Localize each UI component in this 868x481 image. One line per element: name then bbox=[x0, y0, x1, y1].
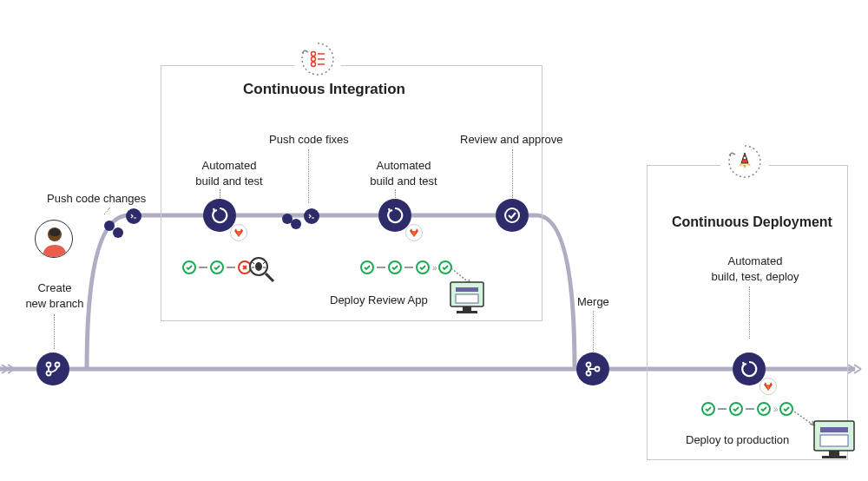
svg-point-25 bbox=[505, 208, 519, 222]
svg-line-14 bbox=[266, 273, 273, 281]
svg-point-26 bbox=[587, 363, 591, 367]
svg-rect-24 bbox=[457, 311, 477, 313]
automated-build-test-2-label: Automated build and test bbox=[360, 158, 447, 188]
svg-point-28 bbox=[595, 367, 600, 372]
gitlab-badge bbox=[760, 378, 777, 395]
svg-rect-33 bbox=[822, 456, 846, 458]
svg-point-2 bbox=[312, 63, 316, 67]
svg-rect-23 bbox=[463, 306, 471, 311]
ci-title: Continuous Integration bbox=[243, 81, 405, 98]
gitlab-badge bbox=[230, 224, 247, 241]
dotted-connector bbox=[104, 208, 110, 214]
dotted-connector bbox=[749, 287, 750, 339]
deploy-review-app-label: Deploy Review App bbox=[330, 293, 428, 308]
svg-point-12 bbox=[56, 363, 60, 367]
pipeline-status-cd: » bbox=[701, 402, 793, 416]
commit-dot bbox=[113, 227, 123, 238]
automated-build-test-deploy-label: Automated build, test, deploy bbox=[703, 254, 807, 284]
merge-label: Merge bbox=[577, 294, 609, 310]
svg-point-27 bbox=[587, 372, 591, 376]
svg-rect-32 bbox=[829, 451, 839, 456]
create-branch-label: Create new branch bbox=[24, 280, 85, 311]
svg-rect-22 bbox=[456, 294, 478, 303]
pipeline-status-2: » bbox=[360, 260, 452, 274]
user-avatar bbox=[35, 220, 73, 258]
svg-rect-21 bbox=[456, 287, 478, 292]
dotted-connector bbox=[512, 149, 513, 200]
review-approve-label: Review and approve bbox=[460, 132, 563, 148]
automated-build-test-1-label: Automated build and test bbox=[186, 158, 273, 188]
deploy-production-label: Deploy to production bbox=[686, 432, 789, 448]
commit-dot bbox=[291, 219, 301, 229]
svg-point-0 bbox=[312, 52, 316, 56]
svg-point-10 bbox=[47, 363, 51, 367]
review-app-monitor-icon bbox=[448, 280, 486, 321]
dotted-connector bbox=[54, 314, 55, 349]
svg-point-9 bbox=[56, 234, 58, 235]
branch-node bbox=[36, 353, 69, 385]
gitlab-badge bbox=[405, 224, 423, 241]
push-code-fixes-label: Push code fixes bbox=[269, 132, 349, 148]
ci-header-icon bbox=[293, 35, 342, 83]
merge-node bbox=[576, 353, 609, 385]
svg-point-11 bbox=[47, 372, 51, 376]
pipeline-status-1 bbox=[182, 260, 252, 274]
svg-point-1 bbox=[312, 57, 316, 62]
svg-point-8 bbox=[51, 234, 53, 235]
dotted-connector bbox=[308, 149, 309, 203]
svg-rect-31 bbox=[820, 435, 848, 446]
terminal-node bbox=[304, 208, 319, 224]
cd-header-icon bbox=[720, 137, 769, 186]
production-monitor-icon bbox=[812, 418, 857, 467]
bug-magnifier-icon bbox=[247, 255, 272, 280]
approve-node bbox=[496, 199, 529, 232]
svg-point-6 bbox=[743, 156, 746, 160]
svg-point-15 bbox=[255, 262, 262, 271]
cd-title: Continuous Deployment bbox=[672, 214, 832, 230]
svg-rect-30 bbox=[820, 427, 848, 432]
dotted-connector bbox=[593, 311, 594, 352]
terminal-node bbox=[126, 208, 141, 224]
push-code-changes-label: Push code changes bbox=[47, 191, 146, 207]
